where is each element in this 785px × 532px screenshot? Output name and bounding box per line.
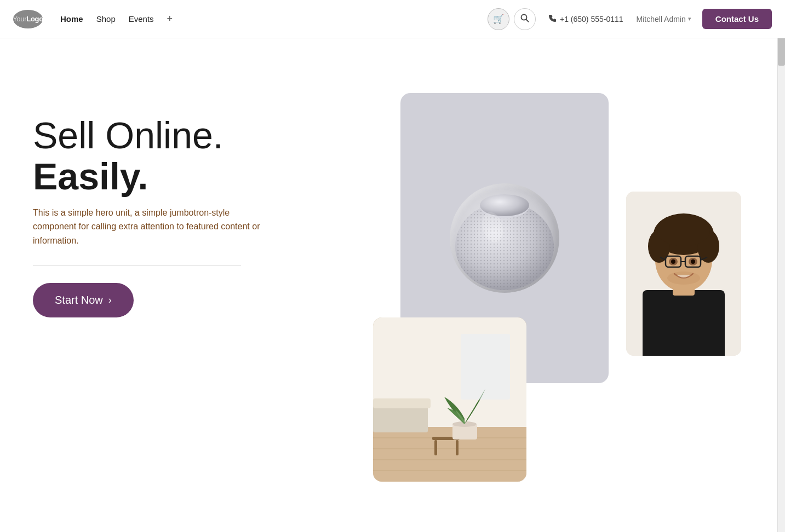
hero-image-person <box>626 192 741 356</box>
svg-line-1 <box>526 19 528 21</box>
svg-point-25 <box>691 259 695 264</box>
arrow-right-icon: › <box>108 294 112 306</box>
nav-links: Home Shop Events + <box>60 13 474 25</box>
svg-rect-28 <box>373 427 526 482</box>
svg-rect-40 <box>461 334 510 400</box>
cart-icon: 🛒 <box>493 14 504 24</box>
person-illustration <box>626 192 741 356</box>
hero-title-line1: Sell Online. <box>33 114 224 156</box>
hero-title: Sell Online. Easily. <box>33 115 357 197</box>
room-illustration <box>373 317 526 482</box>
hero-right <box>357 82 752 493</box>
svg-rect-37 <box>456 440 459 455</box>
navbar: YourLogo Home Shop Events + 🛒 +1 (650) 5 <box>0 0 785 38</box>
logo-oval: YourLogo <box>13 10 43 28</box>
hero-image-room <box>373 317 526 482</box>
logo[interactable]: YourLogo <box>13 10 43 28</box>
scrollbar[interactable] <box>777 0 785 525</box>
nav-icons: 🛒 <box>488 8 536 30</box>
cart-button[interactable]: 🛒 <box>488 8 509 30</box>
nav-phone: +1 (650) 555-0111 <box>549 14 623 24</box>
nav-item-events[interactable]: Events <box>129 14 154 24</box>
user-name: Mitchell Admin <box>637 15 686 24</box>
hero-title-line2: Easily. <box>33 155 148 197</box>
start-now-label: Start Now <box>55 294 103 307</box>
svg-rect-36 <box>434 440 437 455</box>
contact-us-button[interactable]: Contact Us <box>702 9 772 29</box>
hero-divider <box>33 265 241 265</box>
hero-section: Sell Online. Easily. This is a simple he… <box>0 38 785 525</box>
nav-add-button[interactable]: + <box>167 13 173 25</box>
speaker-visual <box>450 183 559 293</box>
start-now-button[interactable]: Start Now › <box>33 283 134 317</box>
svg-point-26 <box>667 271 700 285</box>
svg-point-24 <box>671 259 675 264</box>
logo-text: YourLogo <box>13 15 43 23</box>
hero-subtitle: This is a simple hero unit, a simple jum… <box>33 206 263 248</box>
search-button[interactable] <box>514 8 536 30</box>
phone-number: +1 (650) 555-0111 <box>560 15 623 24</box>
svg-rect-10 <box>643 290 725 356</box>
phone-icon <box>549 14 557 24</box>
svg-point-16 <box>657 216 710 246</box>
nav-user-menu[interactable]: Mitchell Admin ▾ <box>637 15 691 24</box>
chevron-down-icon: ▾ <box>688 15 691 22</box>
hero-left: Sell Online. Easily. This is a simple he… <box>33 82 357 317</box>
svg-rect-34 <box>373 398 431 408</box>
search-icon <box>520 14 529 25</box>
nav-item-shop[interactable]: Shop <box>96 14 116 24</box>
nav-item-home[interactable]: Home <box>60 14 83 24</box>
